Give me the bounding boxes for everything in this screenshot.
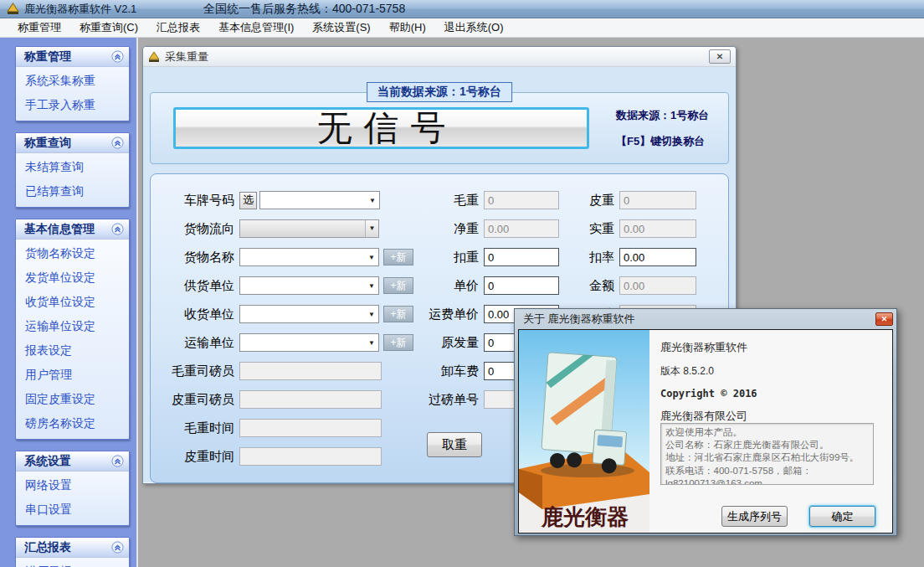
product-version: 版本 8.5.2.0 [660,364,882,379]
form-row-net-weight: 净重 [402,214,559,243]
truck-image-caption: 鹿光衡器 [541,504,629,529]
about-dialog-details: 鹿光衡器称重软件 版本 8.5.2.0 Copyright © 2016 鹿光衡… [649,330,892,533]
data-source-label: 数据来源：1号称台 [616,108,709,123]
take-weight-button[interactable]: 取重 [427,432,482,457]
sidebar-panel-basic-info: 基本信息管理 货物名称设定 发货单位设定 收货单位设定 运输单位设定 报表设定 … [15,219,130,440]
sidebar-item-unsettled-query[interactable]: 未结算查询 [16,155,129,179]
sidebar-panel-weighing-header[interactable]: 称重管理 [16,47,129,67]
supplier-label: 供货单位 [162,278,239,294]
form-row-unit-price: 单价 [402,271,559,300]
chevron-down-icon: ▼ [365,311,378,318]
chevron-down-icon: ▼ [365,339,378,347]
sidebar-panel-system-settings-header[interactable]: 系统设置 [16,451,129,472]
tare-operator-field [239,390,382,409]
deduct-weight-label: 扣重 [402,250,484,265]
generate-serial-button[interactable]: 生成序列号 [721,506,788,527]
form-left-column: 车牌号码 选 ▼ 货物流向 ▼ 货物名称 ▼ +新 [162,186,413,471]
sidebar-panel-weighing: 称重管理 系统采集称重 手工录入称重 [15,46,130,121]
transport-label: 运输单位 [162,335,239,351]
truck-on-weighbridge-image: 鹿光衡器 [519,330,649,533]
unit-price-label: 单价 [402,278,484,294]
form-row-gross-weight: 毛重 [402,186,559,214]
sidebar-panel-summary-reports-header[interactable]: 汇总报表 [16,538,129,558]
app-title: 鹿光衡器称重软件 V2.1 [24,2,136,17]
goods-flow-combo[interactable]: ▼ [239,219,379,238]
transport-combo[interactable]: ▼ [239,333,379,352]
close-icon[interactable]: ✕ [875,312,893,326]
plate-select-button[interactable]: 选 [239,192,257,209]
menu-exit[interactable]: 退出系统(O) [435,18,513,38]
collapse-chevron-icon[interactable] [111,137,124,149]
about-dialog-titlebar: 关于 鹿光衡器称重软件 ✕ [518,309,893,329]
about-dialog-buttons: 生成序列号 确定 [649,506,875,527]
menu-system-settings[interactable]: 系统设置(S) [303,18,379,38]
collapse-chevron-icon[interactable] [111,50,124,63]
sidebar-item-goods-name-setting[interactable]: 货物名称设定 [16,241,129,265]
sidebar-item-serial-port-settings[interactable]: 串口设置 [16,497,129,522]
sidebar-item-shipper-setting[interactable]: 发货单位设定 [16,265,129,290]
form-row-actual-weight: 实重 [561,214,696,243]
gross-weight-label: 毛重 [402,193,484,209]
menu-help[interactable]: 帮助(H) [380,18,435,38]
form-row-supplier: 供货单位 ▼ +新 [162,271,413,300]
deduct-weight-field[interactable] [484,248,559,266]
sidebar-item-user-management[interactable]: 用户管理 [16,363,129,387]
collapse-chevron-icon[interactable] [111,223,124,235]
menu-weighing-query[interactable]: 称重查询(C) [70,18,147,38]
unload-fee-label: 卸车费 [402,363,484,379]
supplier-combo[interactable]: ▼ [239,276,379,295]
panel-title: 称重查询 [24,136,111,151]
weight-display: 无信号 [173,107,589,149]
form-row-tare-operator: 皮重司磅员 [162,385,413,414]
net-weight-field [484,219,559,238]
sidebar-panel-system-settings: 系统设置 网络设置 串口设置 [15,451,130,526]
sidebar-item-transport-setting[interactable]: 运输单位设定 [16,314,129,338]
goods-name-combo[interactable]: ▼ [239,248,379,266]
sidebar-item-system-collect-weighing[interactable]: 系统采集称重 [16,69,129,93]
form-row-flow: 货物流向 ▼ [162,214,413,243]
sidebar-item-network-settings[interactable]: 网络设置 [16,473,129,497]
collapse-chevron-icon[interactable] [111,455,124,467]
weigh-ticket-number-label: 过磅单号 [402,392,484,408]
chevron-down-icon: ▼ [365,220,378,237]
gross-operator-field [239,362,382,380]
sidebar-panel-basic-info-header[interactable]: 基本信息管理 [16,219,129,240]
original-quantity-label: 原发量 [402,335,484,351]
deduct-rate-field[interactable] [619,248,696,266]
sidebar-item-fixed-tare-setting[interactable]: 固定皮重设定 [16,387,129,411]
menu-weighing-management[interactable]: 称重管理 [8,18,70,38]
menu-summary-report[interactable]: 汇总报表 [147,18,209,38]
sidebar-panel-summary-reports: 汇总报表 进厂日报 出厂日报 [15,537,130,567]
gross-weight-field [484,191,559,209]
sidebar-item-settled-query[interactable]: 已结算查询 [16,179,129,204]
sidebar-panel-query-header[interactable]: 称重查询 [16,133,129,153]
form-row-amount: 金额 [561,271,696,300]
tare-time-field [239,447,382,466]
gross-operator-label: 毛重司磅员 [162,363,239,379]
form-row-tare-time: 皮重时间 [162,442,413,471]
window-title: 采集重量 [165,49,709,64]
about-dialog-title: 关于 鹿光衡器称重软件 [523,312,875,327]
tare-time-label: 皮重时间 [162,449,239,465]
sidebar-item-manual-entry-weighing[interactable]: 手工录入称重 [16,93,129,117]
collect-weight-titlebar: 采集重量 ✕ [143,47,736,67]
ok-button[interactable]: 确定 [809,506,875,527]
sidebar-item-inbound-daily-report[interactable]: 进厂日报 [16,559,129,567]
close-icon[interactable]: ✕ [709,49,731,64]
sidebar-panel-query: 称重查询 未结算查询 已结算查询 [15,132,130,208]
application-window: 鹿光衡器称重软件 V2.1 全国统一售后服务热线：400-071-5758 称重… [0,0,924,567]
sidebar-item-report-setting[interactable]: 报表设定 [16,338,129,363]
product-name: 鹿光衡器称重软件 [660,340,882,355]
menu-basic-info-management[interactable]: 基本信息管理(I) [209,18,303,38]
sidebar-item-weighhouse-name-setting[interactable]: 磅房名称设定 [16,411,129,436]
plate-number-combo[interactable]: ▼ [259,191,380,209]
collapse-chevron-icon[interactable] [111,541,124,554]
form-row-receiver: 收货单位 ▼ +新 [162,300,413,328]
about-dialog-content: 鹿光衡器 鹿光衡器称重软件 版本 8.5.2.0 Copyright © 201… [518,329,893,533]
copyright-text: Copyright © 2016 [660,388,882,399]
receiver-combo[interactable]: ▼ [239,305,379,323]
sidebar-item-receiver-setting[interactable]: 收货单位设定 [16,290,129,314]
unit-price-field[interactable] [484,276,559,295]
mdi-workspace: 采集重量 ✕ 当前数据来源：1号称台 无信号 数据来源：1号称台 【F5】键切换… [136,38,924,567]
net-weight-label: 净重 [402,221,484,237]
